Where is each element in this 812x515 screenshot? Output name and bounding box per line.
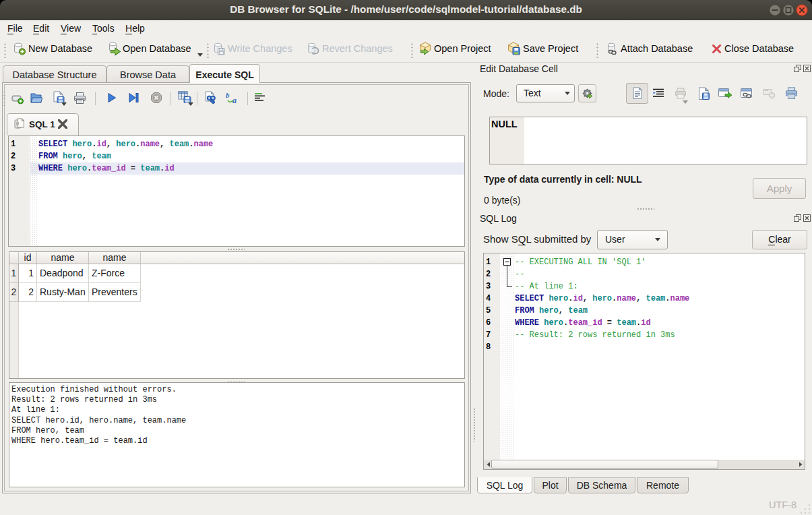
svg-text:b: b [226, 92, 230, 99]
svg-text:a: a [232, 96, 237, 104]
